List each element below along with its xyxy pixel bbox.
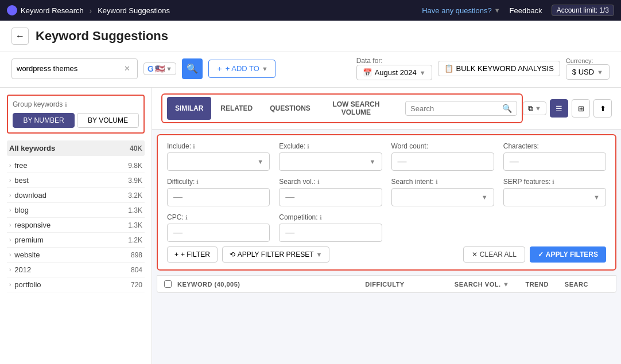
tab-similar[interactable]: SIMILAR [167,97,211,120]
competition-label: Competition: ℹ [279,213,382,221]
competition-input[interactable]: — [279,224,382,242]
include-input[interactable]: ▼ [167,152,270,171]
apply-filters-button[interactable]: ✓ APPLY FILTERS [530,246,606,263]
characters-input[interactable]: — [503,152,606,171]
grid-icon: ⊞ [578,104,584,113]
competition-filter: Competition: ℹ — [279,213,382,242]
chevron-down-icon: ▼ [316,251,323,258]
keyword-search-input[interactable] [410,104,502,113]
breadcrumb-area: Keyword Research › Keyword Suggestions [7,5,170,15]
copy-icon: ⧉ [528,104,533,112]
chevron-down-icon: ▼ [494,7,500,14]
calendar-icon: 📅 [363,68,372,77]
tab-group: SIMILAR RELATED QUESTIONS LOW SEARCH VOL… [167,97,393,120]
search-intent-input[interactable]: ▼ [391,188,494,206]
grid-view-button[interactable]: ⊞ [572,99,590,118]
empty-2 [503,213,606,242]
currency-selector[interactable]: $ USD ▼ [566,64,610,80]
cpc-input[interactable]: — [167,224,270,242]
data-controls: Data for: 📅 August 2024 ▼ 📋 BULK KEYWORD… [356,57,610,80]
bulk-keyword-analysis-button[interactable]: 📋 BULK KEYWORD ANALYSIS [438,61,560,76]
info-icon: ℹ [317,179,320,185]
difficulty-input[interactable]: — [167,188,270,206]
exclude-filter: Exclude: ℹ ▼ [279,142,382,171]
add-to-button[interactable]: ＋ + ADD TO ▼ [208,60,275,78]
info-icon: ℹ [436,179,438,185]
bulk-icon: 📋 [444,64,453,73]
top-navigation: Keyword Research › Keyword Suggestions H… [0,0,621,21]
cpc-filter: CPC: ℹ — [167,213,270,242]
flag-icon: 🇺🇸 [155,64,165,73]
expand-icon: › [9,267,11,273]
word-count-label: Word count: [391,142,494,150]
chevron-down-icon: ▼ [535,105,541,112]
brand-logo [7,5,17,15]
clear-all-button[interactable]: ✕ CLEAR ALL [463,246,525,263]
filter-row-3: CPC: ℹ — Competition: ℹ — [167,213,606,242]
trend-column-header[interactable]: TREND [509,281,564,288]
chevron-down-icon: ▼ [370,158,376,165]
upload-icon: ⬆ [600,104,606,113]
word-count-filter: Word count: — [391,142,494,171]
tab-related[interactable]: RELATED [212,97,261,120]
by-volume-button[interactable]: BY VOLUME [77,113,139,128]
chevron-down-icon: ▼ [262,65,268,72]
page-header: ← Keyword Suggestions [0,21,621,52]
all-keywords-row[interactable]: All keywords 40K [7,140,145,156]
account-limit-badge[interactable]: Account limit: 1/3 [552,5,614,16]
list-item[interactable]: › premium 1.2K [7,233,145,248]
breadcrumb-keyword-research[interactable]: Keyword Research [21,6,84,15]
google-icon: G [148,64,154,73]
clear-icon[interactable]: ✕ [124,64,130,73]
main-content: Group keywords ℹ BY NUMBER BY VOLUME All… [0,88,621,364]
copy-button[interactable]: ⧉ ▼ [523,101,546,115]
search-input[interactable] [17,64,124,73]
tab-questions[interactable]: QUESTIONS [262,97,319,120]
list-item[interactable]: › website 898 [7,248,145,263]
back-button[interactable]: ← [11,28,29,45]
filter-view-button[interactable]: ☰ [550,99,568,118]
searc-column-header: SEARC [565,281,609,288]
have-questions-link[interactable]: Have any questions? ▼ [422,6,500,15]
add-filter-button[interactable]: + + FILTER [167,246,218,263]
search-vol-input[interactable]: — [279,188,382,206]
list-item[interactable]: › responsive 1.3K [7,218,145,233]
keyword-column-header[interactable]: KEYWORD (40,005) [177,281,343,288]
list-item[interactable]: › free 9.8K [7,158,145,173]
by-number-button[interactable]: BY NUMBER [13,113,75,128]
serp-features-label: SERP features: ℹ [503,178,606,186]
word-count-input[interactable]: — [391,152,494,171]
serp-features-filter: SERP features: ℹ ▼ [503,178,606,206]
expand-icon: › [9,222,11,228]
chevron-down-icon: ▼ [257,158,263,165]
group-keywords-box: Group keywords ℹ BY NUMBER BY VOLUME [7,95,145,134]
list-item[interactable]: › blog 1.3K [7,203,145,218]
tabs-and-search-container: SIMILAR RELATED QUESTIONS LOW SEARCH VOL… [161,93,523,123]
tab-low-search-volume[interactable]: LOW SEARCH VOLUME [320,97,393,120]
info-icon: ℹ [552,179,554,185]
list-item[interactable]: › best 3.9K [7,173,145,188]
exclude-input[interactable]: ▼ [279,152,382,171]
serp-features-input[interactable]: ▼ [503,188,606,206]
expand-icon: › [9,281,11,288]
group-buttons: BY NUMBER BY VOLUME [13,113,139,128]
exclude-label: Exclude: ℹ [279,142,382,150]
search-vol-column-header[interactable]: SEARCH VOL. ▼ [426,281,510,288]
filter-row-2: Difficulty: ℹ — Search vol.: ℹ — [167,178,606,206]
search-button[interactable]: 🔍 [182,58,203,79]
list-item[interactable]: › 2012 804 [7,263,145,277]
include-label: Include: ℹ [167,142,270,150]
table-header-row: KEYWORD (40,005) DIFFICULTY SEARCH VOL. … [157,275,616,293]
view-controls: ⧉ ▼ ☰ ⊞ ⬆ [523,99,612,118]
google-flag-selector[interactable]: G 🇺🇸 ▼ [143,62,176,75]
include-filter: Include: ℹ ▼ [167,142,270,171]
list-item[interactable]: › portfolio 720 [7,277,145,292]
apply-filter-preset-button[interactable]: ⟲ APPLY FILTER PRESET ▼ [222,246,330,263]
feedback-link[interactable]: Feedback [510,6,542,15]
select-all-checkbox[interactable] [164,280,172,288]
list-item[interactable]: › download 3.2K [7,188,145,203]
upload-button[interactable]: ⬆ [593,99,612,118]
info-icon: ℹ [65,101,67,108]
date-selector[interactable]: 📅 August 2024 ▼ [356,65,432,80]
difficulty-column-header[interactable]: DIFFICULTY [343,281,426,288]
